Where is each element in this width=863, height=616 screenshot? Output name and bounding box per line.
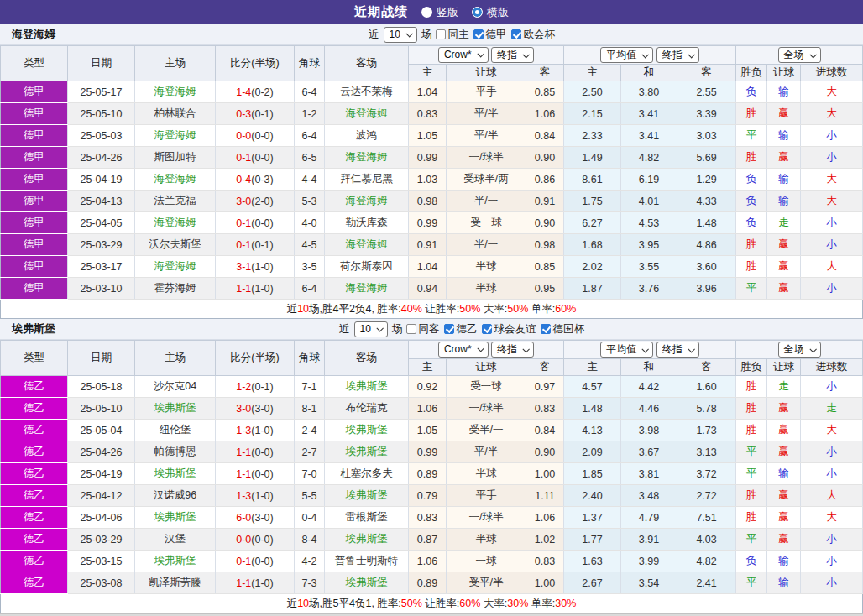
- match-count-select[interactable]: 10: [354, 321, 388, 337]
- checkbox-unchecked-icon: [406, 324, 416, 334]
- cell-avg-away: 1.60: [677, 376, 736, 398]
- filter-checkbox-同客[interactable]: 同客: [406, 322, 439, 337]
- team-name: 海登海姆: [12, 27, 55, 42]
- summary-label: 让胜率:: [422, 303, 459, 315]
- full-time-score: 1-2: [236, 381, 251, 393]
- cell-home-team: 埃弗斯堡: [135, 507, 216, 529]
- filter-checkbox-德甲[interactable]: 德甲: [473, 28, 506, 42]
- full-time-score: 0-4: [236, 174, 251, 185]
- cell-handicap: 平手: [447, 485, 526, 507]
- cell-avg-draw: 3.98: [621, 420, 677, 441]
- cell-league-type: 德乙: [1, 485, 68, 507]
- mode-vertical-radio[interactable]: 竖版: [421, 5, 458, 20]
- cell-league-type: 德乙: [1, 376, 68, 398]
- cell-home-odds: 0.92: [409, 376, 447, 398]
- cell-home-odds: 0.87: [409, 529, 447, 551]
- final-average-select[interactable]: 终指: [656, 342, 699, 358]
- cell-away-team: 海登海姆: [325, 147, 409, 169]
- chevron-down-icon: [477, 50, 484, 57]
- cell-score: 1-3(1-0): [216, 485, 295, 507]
- sub-result: 胜负: [736, 359, 767, 376]
- cell-handicap-result: 赢: [767, 398, 801, 420]
- cell-goals-result: 大: [801, 507, 863, 529]
- bookmaker-select[interactable]: Crow*: [438, 342, 489, 358]
- average-select[interactable]: 平均值: [600, 342, 653, 358]
- cell-avg-draw: 3.54: [621, 572, 677, 594]
- cell-corner: 5-5: [295, 485, 325, 507]
- cell-avg-draw: 4.01: [621, 191, 677, 212]
- cell-score: 0-3(0-1): [216, 103, 295, 125]
- cell-handicap-result: 输: [767, 191, 801, 212]
- cell-goals-result: 大: [801, 191, 863, 212]
- cell-away-odds: 0.86: [526, 169, 564, 191]
- half-time-score: (0-0): [251, 152, 273, 164]
- scope-select[interactable]: 全场: [778, 47, 821, 63]
- sub-goals: 进球数: [801, 65, 863, 81]
- filter-checkbox-德乙[interactable]: 德乙: [444, 322, 477, 337]
- cell-avg-home: 1.68: [564, 234, 621, 256]
- filter-checkbox-欧会杯[interactable]: 欧会杯: [511, 28, 555, 42]
- full-time-score: 0-3: [236, 108, 251, 120]
- full-time-score: 0-1: [236, 239, 251, 251]
- mode-horizontal-radio[interactable]: 横版: [472, 5, 509, 20]
- bookmaker-select[interactable]: Crow*: [438, 47, 489, 63]
- cell-league-type: 德乙: [1, 463, 68, 485]
- section-header: 埃弗斯堡 近 10 场 同客德乙球会友谊德国杯: [0, 319, 863, 340]
- filter-checkbox-同主[interactable]: 同主: [436, 28, 468, 42]
- full-time-score: 3-0: [236, 403, 251, 415]
- cell-avg-draw: 3.80: [621, 81, 677, 103]
- cell-corner: 4-4: [295, 169, 325, 191]
- cell-home-team: 沃尔夫斯堡: [135, 234, 216, 256]
- match-count-select[interactable]: 10: [384, 27, 417, 43]
- cell-handicap-result: 输: [767, 463, 801, 485]
- sub-avg-away: 客: [677, 359, 736, 376]
- cell-handicap-result: 赢: [767, 234, 801, 256]
- cell-home-team: 帕德博恩: [135, 441, 216, 463]
- match-row: 德甲25-03-29沃尔夫斯堡0-1(0-1)4-5海登海姆0.91半/一0.9…: [1, 234, 863, 256]
- cell-corner: 7-0: [295, 463, 325, 485]
- sub-handicap-result: 让球: [767, 359, 801, 376]
- cell-away-team: 埃弗斯堡: [325, 441, 409, 463]
- cell-avg-draw: 4.42: [621, 376, 677, 398]
- final-odds-select[interactable]: 终指: [491, 47, 534, 63]
- full-time-score: 1-1: [236, 446, 251, 458]
- match-row: 德甲25-05-10柏林联合0-3(0-1)1-2海登海姆0.83平/半1.06…: [1, 103, 863, 125]
- cell-league-type: 德乙: [1, 551, 68, 572]
- sub-avg-home: 主: [564, 359, 621, 376]
- filter-checkbox-球会友谊[interactable]: 球会友谊: [482, 322, 536, 337]
- average-select[interactable]: 平均值: [600, 47, 653, 63]
- near-label: 近: [369, 28, 379, 42]
- match-row: 德甲25-04-05海登海姆0-1(0-0)4-0勒沃库森0.99受一球0.90…: [1, 212, 863, 234]
- half-time-score: (0-3): [251, 174, 273, 185]
- cell-result: 胜: [736, 256, 767, 278]
- filter-checkbox-德国杯[interactable]: 德国杯: [541, 322, 584, 337]
- sub-handicap: 让球: [447, 359, 526, 376]
- cell-handicap: 一球: [447, 551, 526, 572]
- cell-handicap-result: 赢: [767, 485, 801, 507]
- cell-away-team: 埃弗斯堡: [325, 485, 409, 507]
- cell-handicap-result: 赢: [767, 529, 801, 551]
- cell-avg-away: 1.73: [677, 420, 736, 441]
- cell-score: 1-1(1-0): [216, 278, 295, 300]
- match-row: 德甲25-03-17海登海姆3-1(1-0)3-5荷尔斯泰因1.04半球0.85…: [1, 256, 863, 278]
- half-time-score: (0-1): [251, 381, 273, 393]
- final-average-select[interactable]: 终指: [656, 47, 699, 63]
- cell-avg-draw: 3.76: [621, 278, 677, 300]
- cell-corner: 4-5: [295, 234, 325, 256]
- cell-avg-home: 1.37: [564, 507, 621, 529]
- checkbox-unchecked-icon: [436, 29, 446, 39]
- cell-date: 25-04-19: [68, 463, 135, 485]
- cell-goals-result: 小: [801, 551, 863, 572]
- cell-date: 25-03-15: [68, 551, 135, 572]
- sub-home-odds: 主: [409, 65, 447, 81]
- match-row: 德乙25-05-10埃弗斯堡3-0(3-0)8-1布伦瑞克1.06一/球半0.8…: [1, 398, 863, 420]
- scope-dropdown: 全场: [736, 341, 863, 359]
- cell-home-team: 柏林联合: [135, 103, 216, 125]
- scope-select[interactable]: 全场: [778, 342, 821, 358]
- half-time-score: (0-1): [251, 108, 273, 120]
- final-odds-select[interactable]: 终指: [491, 342, 534, 358]
- cell-goals-result: 大: [801, 103, 863, 125]
- full-time-score: 1-1: [236, 577, 251, 589]
- cell-avg-home: 2.40: [564, 485, 621, 507]
- chevron-down-icon: [405, 30, 412, 37]
